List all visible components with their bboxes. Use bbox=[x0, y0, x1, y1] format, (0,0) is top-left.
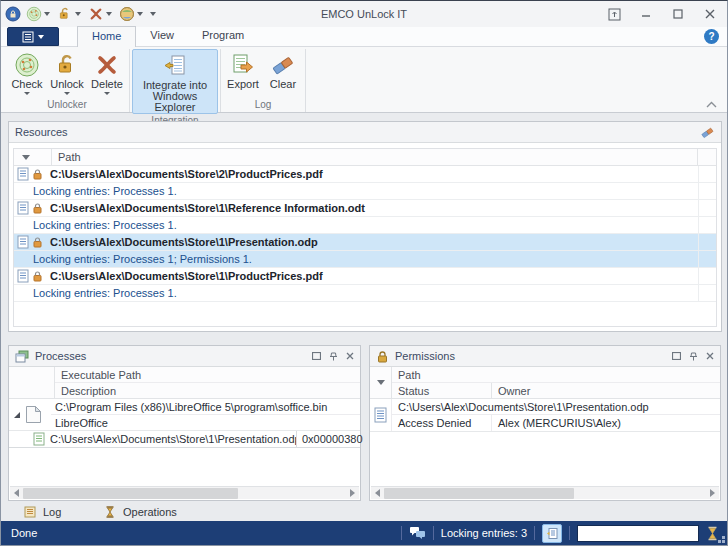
permission-owner: Alex (MERCURIUS\Alex) bbox=[492, 415, 720, 431]
customize-toolbar-button[interactable] bbox=[148, 11, 158, 17]
document-icon bbox=[14, 269, 32, 283]
column-header-status: Status bbox=[392, 383, 492, 399]
column-header-path: Path bbox=[392, 367, 720, 383]
scroll-left-icon[interactable] bbox=[371, 487, 384, 500]
permissions-horizontal-scrollbar[interactable] bbox=[371, 486, 719, 499]
resource-path: C:\Users\Alex\Documents\Store\2\ProductP… bbox=[50, 168, 323, 180]
maximize-panel-icon[interactable] bbox=[672, 352, 681, 360]
delete-dropdown-arrow[interactable] bbox=[104, 92, 110, 95]
delete-cross-icon bbox=[94, 52, 120, 78]
scrollbar-thumb[interactable] bbox=[384, 488, 574, 499]
resource-detail-row[interactable]: Locking entries: Processes 1. bbox=[14, 183, 716, 200]
lock-icon bbox=[32, 202, 50, 214]
resource-path: C:\Users\Alex\Documents\Store\1\Referenc… bbox=[50, 202, 365, 214]
tab-operations[interactable]: Operations bbox=[88, 502, 184, 523]
resource-row[interactable]: C:\Users\Alex\Documents\Store\1\ProductP… bbox=[14, 268, 716, 285]
processes-horizontal-scrollbar[interactable] bbox=[10, 486, 359, 499]
globe-quick-button[interactable] bbox=[117, 5, 145, 23]
tab-log[interactable]: Log bbox=[8, 502, 80, 523]
process-locked-file-row[interactable]: C:\Users\Alex\Documents\Store\1\Presenta… bbox=[9, 431, 360, 448]
pin-icon[interactable] bbox=[689, 351, 698, 361]
delete-button[interactable]: Delete bbox=[87, 49, 127, 98]
feedback-chat-icon[interactable] bbox=[409, 526, 426, 540]
quick-access-toolbar bbox=[5, 5, 158, 23]
maximize-panel-icon[interactable] bbox=[312, 352, 321, 360]
delete-quick-button[interactable] bbox=[86, 5, 114, 23]
handle-value: 0x00000380 bbox=[296, 431, 360, 447]
permissions-title: Permissions bbox=[395, 350, 455, 362]
log-view-toggle-button[interactable] bbox=[542, 524, 562, 543]
locking-entries-count: Locking entries: 3 bbox=[441, 527, 527, 539]
permission-row[interactable]: C:\Users\Alex\Documents\Store\1\Presenta… bbox=[370, 399, 720, 432]
group-label-unlocker: Unlocker bbox=[7, 98, 127, 112]
column-header-path[interactable]: Path bbox=[52, 149, 698, 165]
ribbon-tabs: Home View Program bbox=[77, 26, 258, 46]
permission-path: C:\Users\Alex\Documents\Store\1\Presenta… bbox=[392, 399, 720, 415]
close-button[interactable] bbox=[697, 5, 723, 23]
resource-path: C:\Users\Alex\Documents\Store\1\Presenta… bbox=[50, 236, 318, 248]
tab-view[interactable]: View bbox=[136, 26, 188, 46]
processes-table-header[interactable]: Executable Path Description bbox=[9, 367, 360, 399]
scroll-right-icon[interactable] bbox=[706, 487, 719, 500]
process-row[interactable]: C:\Program Files (x86)\LibreOffice 5\pro… bbox=[9, 399, 360, 431]
resize-grip[interactable] bbox=[722, 540, 725, 543]
hourglass-icon bbox=[706, 526, 719, 541]
collapse-ribbon-button[interactable] bbox=[706, 101, 717, 108]
expand-collapse-icon[interactable] bbox=[9, 399, 25, 430]
unlock-dropdown-arrow[interactable] bbox=[64, 92, 70, 95]
process-executable-path: C:\Program Files (x86)\LibreOffice 5\pro… bbox=[51, 399, 360, 415]
app-lock-icon[interactable] bbox=[5, 6, 21, 22]
pin-icon[interactable] bbox=[329, 351, 338, 361]
unlock-quick-button[interactable] bbox=[55, 5, 83, 23]
filter-dropdown-icon[interactable] bbox=[377, 380, 385, 385]
resources-title: Resources bbox=[15, 126, 68, 138]
resource-path: C:\Users\Alex\Documents\Store\1\ProductP… bbox=[50, 270, 323, 282]
process-description: LibreOffice bbox=[51, 415, 360, 431]
search-input[interactable] bbox=[577, 525, 699, 542]
permissions-table-header[interactable]: Path Status Owner bbox=[370, 367, 720, 399]
application-menu-button[interactable] bbox=[7, 27, 59, 46]
resource-detail-row[interactable]: Locking entries: Processes 1. bbox=[14, 217, 716, 234]
eraser-icon bbox=[270, 52, 296, 78]
filter-dropdown-icon[interactable] bbox=[22, 155, 30, 160]
locking-entries-text: Locking entries: Processes 1. bbox=[33, 185, 177, 197]
delete-cross-icon bbox=[88, 6, 104, 22]
resource-detail-row-selected[interactable]: Locking entries: Processes 1; Permission… bbox=[14, 251, 716, 268]
scroll-right-icon[interactable] bbox=[346, 487, 359, 500]
processes-caption: Processes bbox=[9, 346, 360, 367]
scrollbar-thumb[interactable] bbox=[23, 488, 238, 499]
resource-row-selected[interactable]: C:\Users\Alex\Documents\Store\1\Presenta… bbox=[14, 234, 716, 251]
ribbon-display-options-button[interactable] bbox=[601, 5, 627, 23]
maximize-button[interactable] bbox=[665, 5, 691, 23]
scroll-left-icon[interactable] bbox=[10, 487, 23, 500]
document-icon bbox=[14, 201, 32, 215]
check-button[interactable]: Check bbox=[7, 49, 47, 98]
clear-button[interactable]: Clear bbox=[263, 49, 303, 98]
permissions-panel: Permissions Path Status Owner C:\Users\A… bbox=[369, 345, 721, 501]
resource-row[interactable]: C:\Users\Alex\Documents\Store\1\Referenc… bbox=[14, 200, 716, 217]
globe-icon bbox=[119, 6, 135, 22]
resources-table-header[interactable]: Path bbox=[14, 149, 716, 166]
resources-table: Path C:\Users\Alex\Documents\Store\2\Pro… bbox=[13, 148, 717, 327]
export-button[interactable]: Export bbox=[223, 49, 263, 98]
lock-icon bbox=[32, 168, 50, 180]
app-window: EMCO UnLock IT Home View Program ? bbox=[0, 0, 728, 546]
resource-row[interactable]: C:\Users\Alex\Documents\Store\2\ProductP… bbox=[14, 166, 716, 183]
window-controls bbox=[601, 5, 723, 23]
permissions-caption: Permissions bbox=[370, 346, 720, 367]
close-panel-icon[interactable] bbox=[346, 352, 354, 360]
help-icon[interactable]: ? bbox=[704, 29, 719, 44]
document-icon bbox=[14, 167, 32, 181]
integrate-windows-explorer-button[interactable]: Integrate into Windows Explorer bbox=[132, 49, 218, 114]
minimize-button[interactable] bbox=[633, 5, 659, 23]
menu-list-icon bbox=[22, 31, 34, 43]
resource-detail-row[interactable]: Locking entries: Processes 1. bbox=[14, 285, 716, 302]
tab-program[interactable]: Program bbox=[188, 26, 258, 46]
tab-home[interactable]: Home bbox=[77, 26, 136, 47]
unlock-padlock-icon bbox=[54, 52, 80, 78]
check-quick-button[interactable] bbox=[24, 5, 52, 23]
close-panel-icon[interactable] bbox=[706, 352, 714, 360]
unlock-button[interactable]: Unlock bbox=[47, 49, 87, 98]
check-dropdown-arrow[interactable] bbox=[24, 92, 30, 95]
eraser-icon[interactable] bbox=[700, 125, 715, 140]
